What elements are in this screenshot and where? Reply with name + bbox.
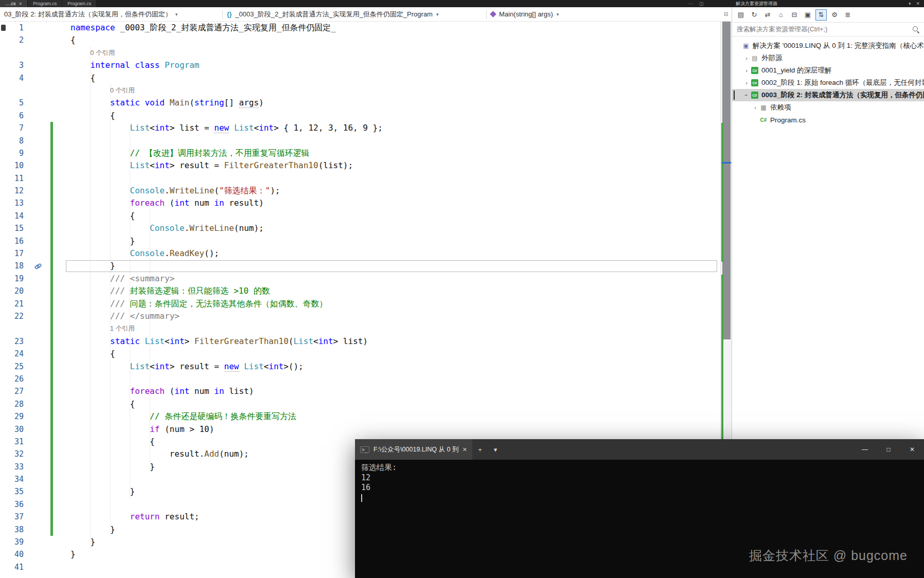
search-icon[interactable] — [913, 26, 919, 33]
code-line[interactable]: 29// 条件还是硬编码！换条件要重写方法 — [0, 410, 720, 423]
code-line[interactable]: 2{ — [0, 34, 720, 46]
line-number: 37 — [0, 511, 24, 523]
code-line[interactable]: 13foreach (int num in result) — [0, 197, 720, 209]
split-editor-button[interactable]: ⊟ — [720, 7, 732, 22]
properties-icon[interactable]: ⚙ — [829, 9, 840, 21]
solution-search-box[interactable]: 搜索解决方案资源管理器(Ctrl+;) — [732, 23, 924, 37]
code-line[interactable]: 1namespace _0003_阶段_2_封装成普通方法_实现复用_但条件仍固… — [0, 22, 720, 34]
close-icon[interactable]: ✕ — [916, 1, 920, 6]
code-line[interactable]: 16} — [0, 235, 720, 247]
code-line[interactable]: 18} — [0, 260, 720, 272]
chevron-down-icon: ▾ — [175, 12, 178, 17]
tree-item[interactable]: ›▤外部源 — [732, 52, 924, 64]
collapse-all-icon[interactable]: ⊟ — [789, 9, 800, 21]
project-icon: C# — [751, 66, 759, 75]
new-tab-button[interactable]: + — [472, 439, 488, 460]
code-line[interactable]: 24{ — [0, 348, 720, 360]
terminal-tab[interactable]: >_ F:\公众号\00019.LINQ 从 0 到 1 ✕ — [355, 439, 472, 460]
code-token: // 【改进】调用封装方法，不用重复写循环逻辑 — [130, 148, 310, 158]
editor-tab[interactable]: ….cs✕ — [0, 0, 28, 7]
float-window-icon[interactable]: ◫ — [699, 1, 704, 6]
code-line[interactable]: 19/// <summary> — [0, 273, 720, 285]
code-lens-row[interactable]: 1 个引用 — [0, 322, 720, 335]
tree-item-label: 0001_yield 的深层理解 — [761, 66, 832, 75]
close-button[interactable]: ✕ — [900, 439, 924, 460]
code-line[interactable]: 22/// </summary> — [0, 310, 720, 322]
code-line[interactable]: 23static List<int> FilterGreaterThan10(L… — [0, 335, 720, 348]
code-text: { — [70, 34, 76, 46]
code-line[interactable]: 17Console.ReadKey(); — [0, 247, 720, 260]
code-token: Add — [204, 449, 219, 459]
editor-tab[interactable]: Program.cs — [62, 0, 97, 7]
tab-overflow-icon[interactable]: ⋯ — [688, 1, 693, 6]
code-line[interactable]: 3internal class Program — [0, 59, 720, 71]
code-token: ( — [189, 98, 194, 107]
code-line[interactable]: 4{ — [0, 72, 720, 84]
preview-icon[interactable]: ▣ — [802, 9, 813, 21]
scrollbar-thumb[interactable] — [722, 22, 731, 339]
expander-icon[interactable]: › — [743, 55, 750, 61]
nav-back-forward-icon[interactable]: ⇄ — [762, 9, 773, 21]
tab-close-icon[interactable]: ✕ — [19, 2, 23, 6]
tree-item[interactable]: ›C#0003_阶段 2: 封装成普通方法（实现复用，但条件仍固定） — [732, 89, 924, 101]
line-number: 14 — [0, 210, 24, 222]
code-line[interactable]: 11 — [0, 172, 720, 185]
editor-tab-label: Program.cs — [33, 1, 57, 6]
code-line[interactable]: 25List<int> result = new List<int>(); — [0, 360, 720, 373]
code-line[interactable]: 6{ — [0, 110, 720, 122]
tree-item[interactable]: ›C#0001_yield 的深层理解 — [732, 64, 924, 77]
code-token: > result = — [170, 160, 224, 170]
line-number: 9 — [0, 147, 24, 159]
code-line[interactable]: 12Console.WriteLine("筛选结果："); — [0, 185, 720, 197]
code-text: List<int> list = new List<int> { 1, 12, … — [70, 122, 383, 134]
code-token: < — [313, 336, 318, 346]
maximize-button[interactable]: □ — [877, 439, 900, 460]
tree-item-label: 0003_阶段 2: 封装成普通方法（实现复用，但条件仍固定） — [761, 91, 924, 100]
chevron-down-icon[interactable]: ▾ — [909, 1, 911, 6]
code-line[interactable]: 15Console.WriteLine(num); — [0, 222, 720, 234]
tree-item[interactable]: ›▦依赖项 — [732, 101, 924, 114]
home-icon[interactable]: ⌂ — [775, 9, 787, 21]
tab-dropdown-icon[interactable]: ▾ — [488, 439, 503, 460]
code-line[interactable]: 10List<int> result = FilterGreaterThan10… — [0, 159, 720, 172]
code-lens-row[interactable]: 0 个引用 — [0, 84, 720, 97]
code-lens-row[interactable]: 0 个引用 — [0, 47, 720, 59]
code-token: int — [269, 362, 283, 371]
expander-icon[interactable]: › — [743, 80, 750, 86]
code-line[interactable]: 8 — [0, 135, 720, 147]
code-line[interactable]: 21/// 问题：条件固定，无法筛选其他条件（如偶数、奇数） — [0, 298, 720, 310]
code-text: Console.ReadKey(); — [70, 247, 219, 260]
sync-active-document-icon[interactable]: ⇅ — [815, 9, 827, 21]
view-switch-icon[interactable]: ▤ — [735, 9, 747, 21]
code-line[interactable]: 7List<int> list = new List<int> { 1, 12,… — [0, 122, 720, 134]
code-token: static — [110, 336, 145, 346]
tree-item[interactable]: ▣解决方案 '00019.LINQ 从 0 到 1: 完整演变指南（核心术语 — [732, 40, 924, 52]
minimize-button[interactable]: — — [853, 439, 877, 460]
code-line[interactable]: 30if (num > 10) — [0, 423, 720, 436]
type-dropdown[interactable]: {} _0003_阶段_2_封装成普通方法_实现复用_但条件仍固定_Progra… — [223, 7, 486, 21]
code-line[interactable]: 27foreach (int num in list) — [0, 385, 720, 398]
project-dropdown[interactable]: 03_阶段 2: 封装成普通方法（实现复用，但条件仍固定） ▾ — [0, 7, 222, 21]
code-token: ReadKey — [170, 248, 204, 258]
code-line[interactable]: 5static void Main(string[] args) — [0, 97, 720, 109]
terminal-titlebar[interactable]: >_ F:\公众号\00019.LINQ 从 0 到 1 ✕ + ▾ — □ ✕ — [355, 439, 924, 460]
build-filter-icon[interactable]: ≣ — [842, 9, 854, 21]
code-text: /// 问题：条件固定，无法筛选其他条件（如偶数、奇数） — [70, 298, 328, 310]
member-dropdown[interactable]: Main(string[] args) ▾ — [487, 7, 563, 21]
code-line[interactable]: 20/// 封装筛选逻辑：但只能筛选 >10 的数 — [0, 285, 720, 297]
expander-icon[interactable]: › — [752, 104, 759, 111]
tree-item[interactable]: C#Program.cs — [732, 114, 924, 126]
expander-icon[interactable]: › — [743, 67, 750, 74]
solution-icon: ▣ — [742, 42, 750, 50]
code-token: >(); — [283, 362, 304, 371]
editor-tab[interactable]: Program.cs — [28, 0, 62, 7]
tree-item[interactable]: ›C#0002_阶段 1: 原始 foreach 循环（最底层，无任何封装） — [732, 77, 924, 89]
refresh-icon[interactable]: ↻ — [749, 9, 760, 21]
code-line[interactable]: 9// 【改进】调用封装方法，不用重复写循环逻辑 — [0, 147, 720, 159]
code-token: . — [165, 186, 170, 195]
code-line[interactable]: 14{ — [0, 210, 720, 222]
code-line[interactable]: 28{ — [0, 398, 720, 410]
expander-icon[interactable]: › — [743, 92, 750, 99]
code-line[interactable]: 26 — [0, 373, 720, 385]
tab-close-icon[interactable]: ✕ — [463, 446, 467, 453]
